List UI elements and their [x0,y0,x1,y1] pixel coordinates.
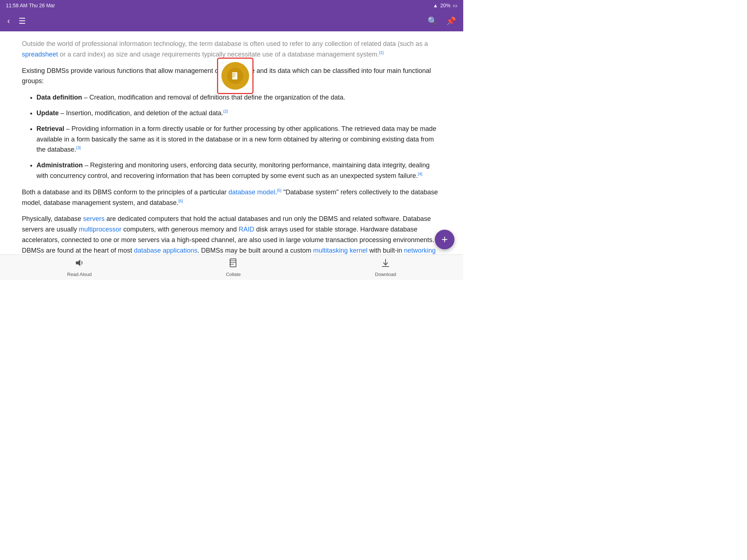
nav-bar: ‹ ☰ 🔍 📌 [0,11,463,31]
ref-1: [1] [379,50,384,55]
networking-link[interactable]: networking [404,247,436,254]
svg-rect-5 [229,260,231,261]
app-icon-overlay [217,58,253,94]
para-2: Both a database and its DBMS conform to … [22,187,441,208]
term-update: Update [36,109,59,117]
spreadsheet-link[interactable]: spreadsheet [22,51,58,58]
term-data-definition: Data definition [36,94,82,101]
list-item-update: Update – Insertion, modification, and de… [36,108,441,118]
svg-marker-0 [76,260,80,266]
search-button[interactable]: 🔍 [426,15,439,27]
fab-plus-icon: + [441,233,448,246]
collate-icon [228,258,239,270]
desc-retrieval: – Providing information in a form direct… [36,125,436,153]
app-icon-circle [221,62,249,90]
book-icon [230,71,240,81]
app-icon-inner [227,68,243,84]
desc-data-definition: – Creation, modification and removal of … [84,94,345,101]
collate-button[interactable]: Collate [226,258,240,277]
svg-rect-1 [230,259,236,267]
bottom-bar: Read Aloud Collate Downloa [0,254,463,280]
battery-label: 20% [440,3,450,8]
database-applications-link[interactable]: database applications [134,247,197,254]
read-aloud-label: Read Aloud [67,272,92,277]
nav-right-controls: 🔍 📌 [426,15,457,27]
notifications-button[interactable]: 📌 [445,15,457,27]
battery-icon: ▭ [453,3,457,8]
download-label: Download [375,272,396,277]
ref-5: [5] [277,188,281,192]
list-item-administration: Administration – Registering and monitor… [36,160,441,181]
desc-update: – Insertion, modification, and deletion … [61,109,223,117]
ref-6: [6] [178,199,183,203]
status-bar: 11:58 AM Thu 26 Mar ▲ 20% ▭ [0,0,463,11]
read-aloud-icon [74,258,85,270]
download-icon [380,258,391,270]
wifi-icon: ▲ [433,3,438,8]
status-indicators: ▲ 20% ▭ [433,3,457,8]
status-time-date: 11:58 AM Thu 26 Mar [6,3,55,8]
svg-rect-7 [229,264,231,265]
read-aloud-button[interactable]: Read Aloud [67,258,92,277]
ref-3: [3] [76,145,81,150]
term-retrieval: Retrieval [36,125,64,132]
top-faded-paragraph: Outside the world of professional inform… [22,39,441,60]
desc-administration: – Registering and monitoring users, enfo… [36,162,430,179]
multitasking-kernel-link[interactable]: multitasking kernel [313,247,367,254]
download-button[interactable]: Download [375,258,396,277]
collate-label: Collate [226,272,240,277]
svg-rect-6 [229,262,231,263]
back-button[interactable]: ‹ [6,15,11,27]
functional-groups-list: Data definition – Creation, modification… [36,92,441,181]
raid-link[interactable]: RAID [239,226,254,233]
term-administration: Administration [36,162,83,169]
fab-button[interactable]: + [435,230,454,249]
status-date: Thu 26 Mar [29,3,55,8]
servers-link[interactable]: servers [83,215,105,222]
ref-2: [2] [223,109,228,113]
status-time: 11:58 AM [6,3,27,8]
menu-button[interactable]: ☰ [17,15,27,27]
nav-left-controls: ‹ ☰ [6,15,27,27]
multiprocessor-link[interactable]: multiprocessor [79,226,121,233]
ref-4: [4] [418,172,422,176]
para-3: Physically, database servers are dedicat… [22,214,441,254]
database-model-link[interactable]: database model [228,188,275,196]
list-item-retrieval: Retrieval – Providing information in a f… [36,124,441,155]
app-icon-border [217,58,253,94]
